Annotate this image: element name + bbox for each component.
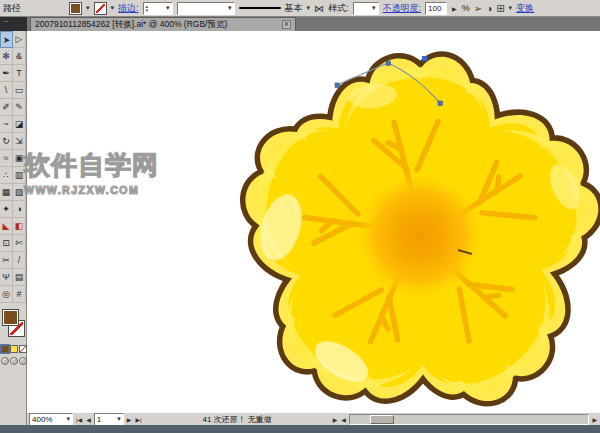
stroke-dropdown-icon[interactable]: ▾ bbox=[111, 4, 115, 12]
paintbrush-tool[interactable]: ✐ bbox=[0, 99, 13, 116]
status-popup-icon[interactable]: ▶ bbox=[332, 416, 339, 423]
opacity-unit: % bbox=[462, 3, 470, 13]
selection-tool[interactable]: ➤ bbox=[0, 31, 13, 48]
hand-tool[interactable]: Ψ bbox=[0, 269, 13, 286]
watermark-site-url: WWW.RJZXW.COM bbox=[24, 184, 159, 196]
anchor-point[interactable] bbox=[386, 61, 391, 66]
toolbox-panel: ➤▷✻&✒T\▭✐✎~◪↻⇲≈▣∴▥▦▨✦◑◣◧⊡✄✂/Ψ▤◎# bbox=[0, 31, 27, 425]
undo-status-text: 41 次还原！ 无重做 bbox=[145, 414, 330, 425]
slice-tool[interactable]: ✄ bbox=[13, 235, 26, 252]
panel-collapse-icon[interactable]: ·· bbox=[3, 17, 8, 26]
pencil-tool[interactable]: ✎ bbox=[13, 99, 26, 116]
type-tool[interactable]: T bbox=[13, 65, 26, 82]
opacity-label[interactable]: 不透明度: bbox=[383, 2, 422, 15]
hscroll-right-arrow[interactable]: ▶ bbox=[591, 416, 598, 423]
fill-dropdown-icon[interactable]: ▾ bbox=[86, 4, 90, 12]
opacity-value: 100 bbox=[428, 4, 441, 13]
stroke-color-swatch[interactable] bbox=[94, 2, 107, 15]
document-tab-bar: ·· 2007910112854262 [转换].ai* @ 400% (RGB… bbox=[0, 17, 600, 31]
screen-mode-normal-button[interactable] bbox=[1, 357, 9, 365]
flower-center bbox=[356, 172, 484, 300]
window-bottom-edge bbox=[0, 425, 600, 433]
direct-selection-tool[interactable]: ▷ bbox=[13, 31, 26, 48]
style-label: 样式: bbox=[328, 2, 349, 15]
stroke-spinner[interactable]: ▴▾ bbox=[146, 4, 149, 12]
mesh-tool[interactable]: ▦ bbox=[0, 184, 13, 201]
rectangle-tool[interactable]: ▭ bbox=[13, 82, 26, 99]
rotate-tool[interactable]: ↻ bbox=[0, 133, 13, 150]
watermark-site-name: 软件自学网 bbox=[24, 148, 159, 183]
watermark: 软件自学网 WWW.RJZXW.COM bbox=[24, 148, 159, 196]
page-tool[interactable]: ▤ bbox=[13, 269, 26, 286]
zoom-level-value: 400% bbox=[32, 415, 52, 424]
brush-stroke-preview bbox=[239, 7, 281, 9]
artboard-prev-button[interactable]: ◀ bbox=[85, 416, 92, 423]
stroke-weight-combo[interactable]: ▴▾ ▾ bbox=[143, 2, 173, 15]
lasso-tool[interactable]: & bbox=[13, 48, 26, 65]
zoom-level-combo[interactable]: 400% ▾ bbox=[29, 413, 73, 426]
artboard-next-button[interactable]: ▶ bbox=[126, 416, 133, 423]
fill-stroke-widget bbox=[0, 303, 26, 423]
fill-color-swatch[interactable] bbox=[69, 2, 82, 15]
recolor-artwork-icon[interactable]: ◑ bbox=[486, 3, 492, 14]
horizontal-scrollbar[interactable] bbox=[349, 414, 590, 425]
symbol-sprayer-tool[interactable]: ∴ bbox=[0, 167, 13, 184]
live-paint-bucket-tool[interactable]: ◣ bbox=[0, 218, 13, 235]
screen-mode-menu-button[interactable] bbox=[10, 357, 18, 365]
gradient-mode-button[interactable] bbox=[10, 345, 18, 353]
anchor-point[interactable] bbox=[335, 83, 340, 88]
status-bar: 400% ▾ |◀ ◀ 1 ▾ ▶ ▶| 41 次还原！ 无重做 ▶ ◀ ▶ bbox=[27, 412, 600, 425]
live-paint-selection-tool[interactable]: ◧ bbox=[13, 218, 26, 235]
crop-area-tool[interactable]: ⊡ bbox=[0, 235, 13, 252]
artboard-number-combo[interactable]: 1 ▾ bbox=[94, 413, 124, 426]
measure-tool[interactable]: # bbox=[13, 286, 26, 303]
transform-link[interactable]: 变换 bbox=[516, 2, 534, 15]
eraser-tool[interactable]: ◪ bbox=[13, 116, 26, 133]
knife-tool[interactable]: / bbox=[13, 252, 26, 269]
align-dropdown-icon[interactable]: ▾ bbox=[509, 4, 513, 12]
width-profile-combo[interactable]: ▾ bbox=[177, 2, 235, 15]
blend-tool[interactable]: ◑ bbox=[13, 201, 26, 218]
pen-tool[interactable]: ✒ bbox=[0, 65, 13, 82]
select-similar-icon[interactable]: ➢ bbox=[474, 3, 482, 14]
document-tab-title: 2007910112854262 [转换].ai* @ 400% (RGB/预览… bbox=[35, 19, 227, 31]
align-icon[interactable]: ⊞ bbox=[496, 3, 504, 14]
toolbox-fill-swatch[interactable] bbox=[2, 309, 19, 326]
document-tab[interactable]: 2007910112854262 [转换].ai* @ 400% (RGB/预览… bbox=[30, 17, 296, 31]
toolbox-tools: ➤▷✻&✒T\▭✐✎~◪↻⇲≈▣∴▥▦▨✦◑◣◧⊡✄✂/Ψ▤◎# bbox=[0, 31, 26, 303]
opacity-popup-icon[interactable]: ▶ bbox=[451, 5, 458, 12]
brush-dropdown-icon[interactable]: ▾ bbox=[307, 4, 311, 12]
line-segment-tool[interactable]: \ bbox=[0, 82, 13, 99]
artboard-last-button[interactable]: ▶| bbox=[134, 416, 142, 423]
control-bar: 路径 ▾ ▾ 描边: ▴▾ ▾ ▾ 基本 ▾ ⋈ 样式: ▾ 不透明度: 100… bbox=[0, 0, 600, 17]
stroke-weight-label[interactable]: 描边: bbox=[118, 2, 139, 15]
warp-tool[interactable]: ≈ bbox=[0, 150, 13, 167]
style-combo[interactable]: ▾ bbox=[353, 2, 379, 15]
artboard-first-button[interactable]: |◀ bbox=[75, 416, 83, 423]
scissors-tool[interactable]: ✂ bbox=[0, 252, 13, 269]
opacity-input[interactable]: 100 bbox=[425, 2, 447, 15]
hscroll-left-arrow[interactable]: ◀ bbox=[340, 416, 347, 423]
brush-options-icon[interactable]: ⋈ bbox=[314, 3, 324, 14]
screen-mode-full-button[interactable] bbox=[19, 357, 27, 365]
eyedropper-tool[interactable]: ✦ bbox=[0, 201, 13, 218]
selection-type-label: 路径 bbox=[3, 2, 21, 15]
flower-artwork[interactable] bbox=[238, 28, 600, 424]
smooth-tool[interactable]: ~ bbox=[0, 116, 13, 133]
tab-close-icon[interactable]: × bbox=[282, 20, 291, 29]
magic-wand-tool[interactable]: ✻ bbox=[0, 48, 13, 65]
none-mode-button[interactable] bbox=[19, 345, 27, 353]
brush-definition-value[interactable]: 基本 bbox=[285, 2, 303, 15]
anchor-point[interactable] bbox=[438, 101, 443, 106]
toolbox-panel-header[interactable]: ·· bbox=[0, 17, 27, 31]
zoom-tool[interactable]: ◎ bbox=[0, 286, 13, 303]
color-mode-button[interactable] bbox=[1, 345, 9, 353]
selected-anchor-point[interactable] bbox=[422, 56, 427, 61]
horizontal-scrollbar-thumb[interactable] bbox=[370, 415, 394, 424]
artboard-number-value: 1 bbox=[97, 415, 101, 424]
